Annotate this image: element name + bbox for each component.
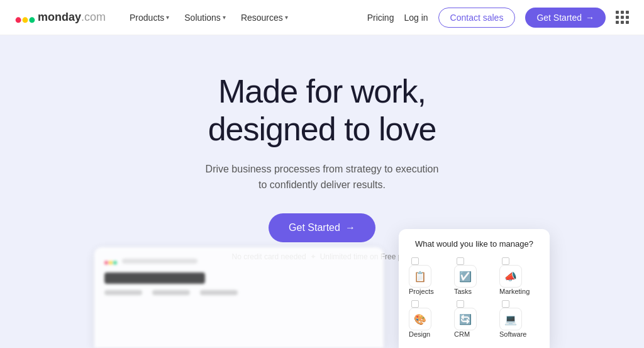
dash-heading bbox=[104, 272, 205, 284]
dash-meta-item bbox=[152, 290, 190, 295]
chevron-icon: ▾ bbox=[285, 14, 288, 21]
dash-meta-item bbox=[200, 290, 238, 295]
dash-meta bbox=[104, 290, 374, 295]
nav-resources[interactable]: Resources ▾ bbox=[235, 9, 294, 26]
manage-item-design[interactable]: 🎨 Design bbox=[409, 300, 449, 338]
manage-grid: 📋 Projects ☑️ Tasks 📣 Marketing 🎨 bbox=[409, 257, 540, 338]
logo-suffix: .com bbox=[81, 11, 106, 23]
projects-icon: 📋 bbox=[409, 265, 431, 288]
dashboard-top bbox=[104, 257, 374, 265]
crm-label: CRM bbox=[454, 330, 470, 338]
manage-item-projects[interactable]: 📋 Projects bbox=[409, 257, 449, 295]
checkbox-tasks[interactable] bbox=[457, 257, 464, 265]
svg-point-3 bbox=[104, 261, 108, 265]
checkbox-software[interactable] bbox=[502, 300, 509, 308]
arrow-icon: → bbox=[586, 13, 594, 23]
manage-item-marketing[interactable]: 📣 Marketing bbox=[499, 257, 540, 295]
marketing-label: Marketing bbox=[499, 288, 530, 295]
logo-text: monday.com bbox=[38, 11, 106, 24]
nav-pricing[interactable]: Pricing bbox=[367, 13, 394, 23]
manage-item-software[interactable]: 💻 Software bbox=[499, 300, 540, 338]
projects-label: Projects bbox=[409, 288, 434, 295]
hero-section: Made for work, designed to love Drive bu… bbox=[0, 35, 644, 348]
software-label: Software bbox=[499, 330, 526, 338]
checkbox-crm[interactable] bbox=[457, 300, 464, 308]
svg-point-1 bbox=[23, 17, 28, 23]
chevron-icon: ▾ bbox=[166, 14, 169, 21]
marketing-icon: 📣 bbox=[499, 265, 522, 288]
nav-right: Pricing Log in Contact sales Get Started… bbox=[367, 8, 629, 28]
manage-item-crm[interactable]: 🔄 CRM bbox=[454, 300, 494, 338]
svg-point-2 bbox=[29, 17, 35, 23]
contact-sales-button[interactable]: Contact sales bbox=[438, 8, 516, 28]
svg-point-5 bbox=[113, 261, 117, 265]
dashboard-preview bbox=[94, 247, 384, 348]
checkbox-design[interactable] bbox=[411, 300, 419, 308]
hero-title: Made for work, designed to love bbox=[208, 73, 436, 149]
design-label: Design bbox=[409, 330, 430, 338]
hero-bottom: What would you like to manage? 📋 Project… bbox=[0, 229, 644, 348]
design-icon: 🎨 bbox=[409, 308, 431, 330]
manage-card-title: What would you like to manage? bbox=[409, 239, 540, 249]
dash-title-bar bbox=[122, 259, 197, 264]
logo[interactable]: monday.com bbox=[15, 11, 106, 24]
nav-solutions[interactable]: Solutions ▾ bbox=[178, 9, 232, 26]
tasks-icon: ☑️ bbox=[454, 265, 477, 288]
manage-card: What would you like to manage? 📋 Project… bbox=[399, 229, 550, 348]
manage-item-tasks[interactable]: ☑️ Tasks bbox=[454, 257, 494, 295]
checkbox-projects[interactable] bbox=[411, 257, 419, 265]
svg-point-0 bbox=[16, 17, 21, 23]
apps-grid-icon[interactable] bbox=[616, 11, 629, 24]
checkbox-marketing[interactable] bbox=[502, 257, 509, 265]
dash-meta-item bbox=[104, 290, 142, 295]
tasks-label: Tasks bbox=[454, 288, 472, 295]
crm-icon: 🔄 bbox=[454, 308, 477, 330]
navbar: monday.com Products ▾ Solutions ▾ Resour… bbox=[0, 0, 644, 35]
hero-subtitle: Drive business processes from strategy t… bbox=[206, 161, 439, 193]
software-icon: 💻 bbox=[499, 308, 522, 330]
get-started-nav-button[interactable]: Get Started → bbox=[525, 8, 606, 28]
nav-login[interactable]: Log in bbox=[404, 13, 428, 23]
svg-point-4 bbox=[109, 261, 113, 265]
nav-links: Products ▾ Solutions ▾ Resources ▾ bbox=[123, 9, 367, 26]
chevron-icon: ▾ bbox=[223, 14, 226, 21]
nav-products[interactable]: Products ▾ bbox=[123, 9, 175, 26]
